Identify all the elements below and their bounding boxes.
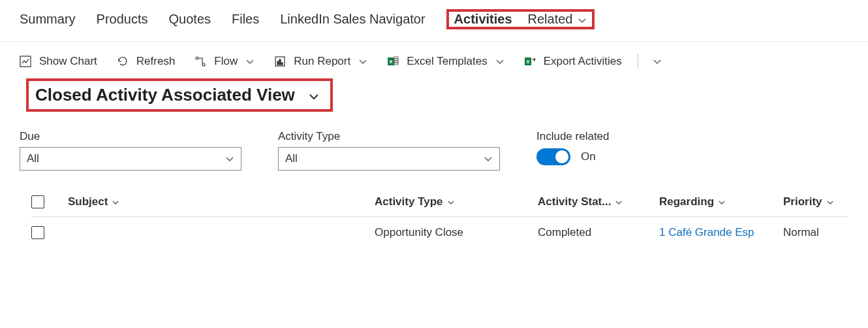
chevron-down-icon [308,85,320,105]
tab-quotes[interactable]: Quotes [169,12,211,27]
col-priority-header[interactable]: Priority [783,195,848,208]
export-activities-label: Export Activities [544,55,622,68]
refresh-label: Refresh [136,55,176,68]
command-bar: Show Chart Refresh Flow Run Report X Exc… [0,42,868,69]
svg-text:X: X [526,59,530,65]
tab-linkedin[interactable]: LinkedIn Sales Navigator [280,12,425,27]
show-chart-button[interactable]: Show Chart [20,55,97,68]
chevron-down-icon [653,55,662,68]
chevron-down-icon [578,12,587,27]
chevron-down-icon [447,195,455,208]
activity-type-dropdown[interactable]: All [278,147,500,171]
run-report-label: Run Report [294,55,350,68]
tab-related[interactable]: Related [528,12,587,27]
row-checkbox[interactable] [31,226,44,239]
svg-text:X: X [390,59,394,65]
flow-icon [194,56,206,67]
include-related-label: Include related [536,130,610,143]
activity-type-value: All [285,152,298,165]
tabs-bar: Summary Products Quotes Files LinkedIn S… [0,0,868,42]
table-header: Subject Activity Type Activity Stat... R… [31,188,848,217]
include-related-group: Include related On [536,130,610,165]
due-label: Due [20,130,241,143]
include-related-toggle[interactable] [536,148,570,165]
highlight-tabs: Activities Related [446,9,595,29]
col-regarding-header[interactable]: Regarding [659,195,783,208]
due-dropdown[interactable]: All [20,147,241,171]
svg-rect-5 [279,59,281,65]
col-activitystatus-header[interactable]: Activity Stat... [538,195,659,208]
filters-row: Due All Activity Type All Include relate… [0,118,868,188]
activity-type-label: Activity Type [278,130,500,143]
activitytype-header-label: Activity Type [375,195,443,208]
svg-rect-0 [20,56,31,67]
toggle-text: On [581,150,596,163]
chevron-down-icon [718,195,726,208]
excel-templates-label: Excel Templates [407,55,487,68]
col-subject-header[interactable]: Subject [68,195,375,208]
subject-header-label: Subject [68,195,108,208]
tab-files[interactable]: Files [232,12,259,27]
due-value: All [27,152,39,165]
tab-related-label: Related [528,12,573,27]
export-activities-button[interactable]: X Export Activities [524,55,622,68]
activitystatus-header-label: Activity Stat... [538,195,611,208]
chevron-down-icon [245,55,255,68]
priority-header-label: Priority [783,195,822,208]
col-activitytype-header[interactable]: Activity Type [375,195,538,208]
tab-activities[interactable]: Activities [454,12,512,27]
cell-activitytype: Opportunity Close [375,226,538,239]
table-row[interactable]: Opportunity Close Completed 1 Café Grand… [31,217,848,248]
cell-regarding[interactable]: 1 Café Grande Esp [659,226,754,239]
toolbar-separator [638,54,638,69]
report-icon [274,56,286,67]
overflow-button[interactable] [653,55,662,68]
chevron-down-icon [484,152,493,165]
select-all-checkbox[interactable] [31,195,44,208]
chart-icon [20,56,31,67]
activity-type-filter: Activity Type All [278,130,500,171]
flow-button[interactable]: Flow [194,55,255,68]
svg-rect-6 [281,63,283,65]
svg-point-1 [196,57,198,59]
chevron-down-icon [112,195,119,208]
chevron-down-icon [495,55,504,68]
view-selector[interactable]: Closed Activity Associated View [26,78,333,112]
cell-priority: Normal [783,226,848,239]
excel-templates-button[interactable]: X Excel Templates [387,55,504,68]
chevron-down-icon [358,55,367,68]
chevron-down-icon [615,195,623,208]
chevron-down-icon [826,195,834,208]
regarding-header-label: Regarding [659,195,714,208]
show-chart-label: Show Chart [39,55,97,68]
tab-summary[interactable]: Summary [20,12,76,27]
view-name: Closed Activity Associated View [35,85,295,105]
excel-icon: X [387,56,399,67]
run-report-button[interactable]: Run Report [274,55,367,68]
tab-products[interactable]: Products [97,12,148,27]
refresh-icon [117,56,129,67]
due-filter: Due All [20,130,241,171]
chevron-down-icon [225,152,234,165]
excel-export-icon: X [524,56,536,67]
svg-rect-4 [277,61,279,65]
flow-label: Flow [214,55,238,68]
activities-table: Subject Activity Type Activity Stat... R… [0,188,868,248]
refresh-button[interactable]: Refresh [117,55,176,68]
view-selector-row: Closed Activity Associated View [0,69,868,118]
svg-point-2 [202,63,205,66]
svg-rect-12 [394,63,398,65]
cell-activitystatus: Completed [538,226,659,239]
